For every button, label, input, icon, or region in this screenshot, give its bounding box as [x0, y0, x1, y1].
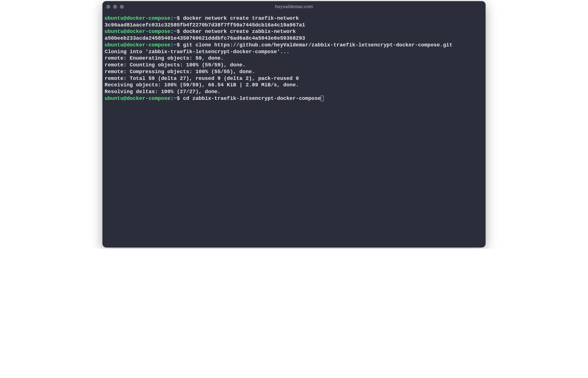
prompt-user-host: ubuntu@docker-compose [105, 96, 170, 102]
prompt-line-2: ubuntu@docker-compose:~$ docker network … [105, 28, 483, 35]
terminal-body[interactable]: ubuntu@docker-compose:~$ docker network … [102, 12, 486, 248]
prompt-dollar: $ [177, 42, 180, 48]
command-text: docker network create zabbix-network [180, 29, 296, 35]
prompt-line-3: ubuntu@docker-compose:~$ git clone https… [105, 42, 483, 49]
prompt-path: ~ [174, 96, 177, 102]
terminal-window: heyvaldemar.com ubuntu@docker-compose:~$… [102, 1, 486, 248]
prompt-path: ~ [174, 29, 177, 35]
prompt-path: ~ [174, 42, 177, 48]
command-text: cd zabbix-traefik-letsencrypt-docker-com… [180, 96, 321, 102]
prompt-line-1: ubuntu@docker-compose:~$ docker network … [105, 15, 483, 22]
title-bar: heyvaldemar.com [102, 1, 486, 12]
output-line: 3c96aad81aacefc031c32585fb4f2270b7d38f7f… [105, 22, 483, 29]
prompt-user-host: ubuntu@docker-compose [105, 42, 170, 48]
output-line: a50beeb233acda24585401e4350760621dddbfc7… [105, 35, 483, 42]
output-line: Resolving deltas: 100% (27/27), done. [105, 89, 483, 95]
command-text: docker network create traefik-network [180, 15, 299, 21]
command-text: git clone https://github.com/heyValdemar… [180, 42, 452, 48]
prompt-line-4: ubuntu@docker-compose:~$ cd zabbix-traef… [105, 95, 483, 102]
output-line: Receiving objects: 100% (59/59), 66.54 K… [105, 82, 483, 89]
output-line: Cloning into 'zabbix-traefik-letsencrypt… [105, 49, 483, 55]
prompt-colon: : [170, 42, 174, 48]
cursor-icon [321, 96, 324, 101]
prompt-user-host: ubuntu@docker-compose [105, 29, 170, 35]
minimize-icon[interactable] [113, 5, 117, 9]
prompt-path: ~ [174, 15, 177, 21]
prompt-dollar: $ [177, 15, 180, 21]
output-line: remote: Counting objects: 100% (59/59), … [105, 62, 483, 69]
traffic-lights [106, 5, 124, 9]
prompt-colon: : [170, 96, 174, 102]
maximize-icon[interactable] [120, 5, 124, 9]
output-line: remote: Total 59 (delta 27), reused 9 (d… [105, 75, 483, 82]
prompt-user-host: ubuntu@docker-compose [105, 15, 170, 21]
output-line: remote: Enumerating objects: 59, done. [105, 55, 483, 62]
output-line: remote: Compressing objects: 100% (55/55… [105, 69, 483, 75]
prompt-dollar: $ [177, 96, 180, 102]
prompt-colon: : [170, 15, 174, 21]
prompt-colon: : [170, 29, 174, 35]
prompt-dollar: $ [177, 29, 180, 35]
close-icon[interactable] [106, 5, 110, 9]
window-title: heyvaldemar.com [275, 4, 313, 9]
